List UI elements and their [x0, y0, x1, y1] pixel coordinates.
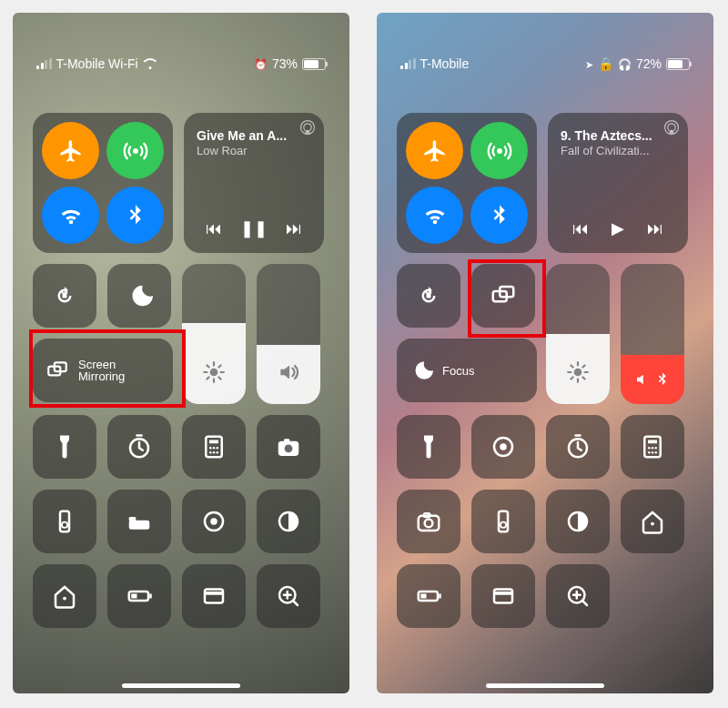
timer-button[interactable]: [107, 415, 171, 479]
alarm-icon: [254, 56, 268, 71]
home-indicator[interactable]: [486, 683, 604, 688]
magnifier-button[interactable]: [546, 564, 610, 628]
svg-point-6: [210, 369, 218, 377]
cellular-data-button[interactable]: [106, 122, 164, 179]
svg-point-57: [651, 522, 654, 526]
sleep-button[interactable]: [107, 490, 171, 553]
record-button[interactable]: [182, 490, 246, 553]
svg-point-17: [285, 445, 293, 453]
svg-point-55: [500, 522, 506, 528]
battery-icon: [666, 58, 690, 70]
battery-icon: [302, 58, 326, 70]
svg-point-0: [133, 148, 138, 154]
screen-mirroring-button[interactable]: Screen Mirroring: [33, 339, 173, 402]
ios-control-center-left: T-Mobile Wi-Fi 73%: [13, 13, 349, 693]
play-pause-button[interactable]: ❚❚: [240, 218, 268, 238]
wifi-button[interactable]: [42, 187, 99, 244]
dark-mode-button[interactable]: [546, 490, 610, 553]
next-track-button[interactable]: ⏭: [647, 219, 663, 238]
airplay-icon: [298, 118, 317, 137]
svg-point-49: [652, 451, 654, 454]
airplane-mode-button[interactable]: [42, 122, 99, 179]
low-power-button[interactable]: [397, 564, 460, 628]
media-panel[interactable]: Give Me an A... Low Roar ⏮ ❚❚ ⏭: [184, 113, 324, 253]
do-not-disturb-button[interactable]: [107, 264, 171, 328]
cellular-data-button[interactable]: [470, 122, 528, 179]
svg-rect-21: [129, 521, 150, 530]
brightness-slider[interactable]: [546, 264, 610, 404]
focus-button[interactable]: Focus: [397, 339, 537, 402]
media-panel[interactable]: 9. The Aztecs... Fall of Civilizati... ⏮…: [548, 113, 688, 253]
svg-point-50: [655, 451, 658, 454]
next-track-button[interactable]: ⏭: [286, 219, 302, 238]
home-button[interactable]: [33, 564, 96, 628]
svg-point-52: [425, 520, 433, 528]
media-title: Give Me an A...: [197, 129, 311, 143]
rotation-lock-button[interactable]: [397, 264, 460, 328]
record-button[interactable]: [471, 415, 535, 479]
connectivity-panel[interactable]: [397, 113, 537, 253]
airplay-icon: [662, 118, 681, 137]
prev-track-button[interactable]: ⏮: [206, 219, 222, 238]
calculator-button[interactable]: [182, 415, 246, 479]
svg-rect-22: [129, 517, 136, 521]
rotation-lock-button[interactable]: [33, 264, 96, 328]
svg-rect-31: [205, 592, 223, 595]
camera-button[interactable]: [397, 490, 460, 553]
svg-rect-30: [205, 590, 223, 603]
play-pause-button[interactable]: ▶: [612, 218, 624, 238]
calculator-button[interactable]: [621, 415, 684, 479]
flashlight-button[interactable]: [33, 415, 96, 479]
screen-mirroring-button[interactable]: [471, 264, 535, 328]
magnifier-button[interactable]: [257, 564, 320, 628]
headphones-icon: [618, 56, 632, 71]
svg-point-48: [648, 451, 651, 454]
wallet-button[interactable]: [182, 564, 246, 628]
low-power-button[interactable]: [107, 564, 171, 628]
svg-rect-62: [494, 592, 512, 595]
svg-point-46: [652, 447, 654, 450]
svg-point-39: [574, 369, 582, 377]
connectivity-panel[interactable]: [33, 113, 173, 253]
cellular-signal-icon: [400, 58, 416, 69]
volume-icon: [277, 360, 300, 388]
prev-track-button[interactable]: ⏮: [572, 219, 589, 238]
remote-button[interactable]: [33, 490, 96, 553]
airplane-mode-button[interactable]: [406, 122, 463, 179]
svg-point-26: [63, 597, 66, 601]
brightness-slider[interactable]: [182, 264, 246, 404]
dark-mode-button[interactable]: [257, 490, 320, 553]
svg-point-11: [213, 447, 216, 450]
carrier-label: T-Mobile: [420, 56, 470, 71]
home-button[interactable]: [621, 490, 684, 553]
volume-slider[interactable]: [257, 264, 320, 404]
wallet-button[interactable]: [471, 564, 535, 628]
location-icon: [585, 56, 593, 71]
remote-button[interactable]: [471, 490, 535, 553]
focus-label: Focus: [442, 365, 474, 377]
screen-mirroring-label: Screen Mirroring: [78, 359, 125, 382]
battery-percent-label: 73%: [272, 56, 298, 71]
carrier-label: T-Mobile Wi-Fi: [56, 56, 138, 71]
camera-button[interactable]: [257, 415, 320, 479]
volume-slider[interactable]: [621, 264, 684, 404]
svg-rect-9: [209, 440, 218, 444]
cellular-signal-icon: [36, 58, 52, 69]
flashlight-button[interactable]: [397, 415, 460, 479]
timer-button[interactable]: [546, 415, 610, 479]
svg-point-12: [217, 447, 219, 450]
bluetooth-button[interactable]: [106, 187, 164, 244]
svg-point-45: [648, 447, 651, 450]
svg-point-33: [497, 148, 502, 154]
media-title: 9. The Aztecs...: [561, 129, 675, 143]
brightness-icon: [202, 360, 226, 388]
wifi-icon: [143, 58, 157, 69]
svg-point-24: [210, 518, 217, 525]
status-bar: T-Mobile Wi-Fi 73%: [13, 13, 349, 78]
svg-point-47: [655, 447, 658, 450]
bluetooth-button[interactable]: [470, 187, 528, 244]
wifi-button[interactable]: [406, 187, 463, 244]
home-indicator[interactable]: [122, 683, 240, 688]
svg-rect-60: [420, 594, 426, 599]
media-subtitle: Fall of Civilizati...: [561, 145, 675, 157]
